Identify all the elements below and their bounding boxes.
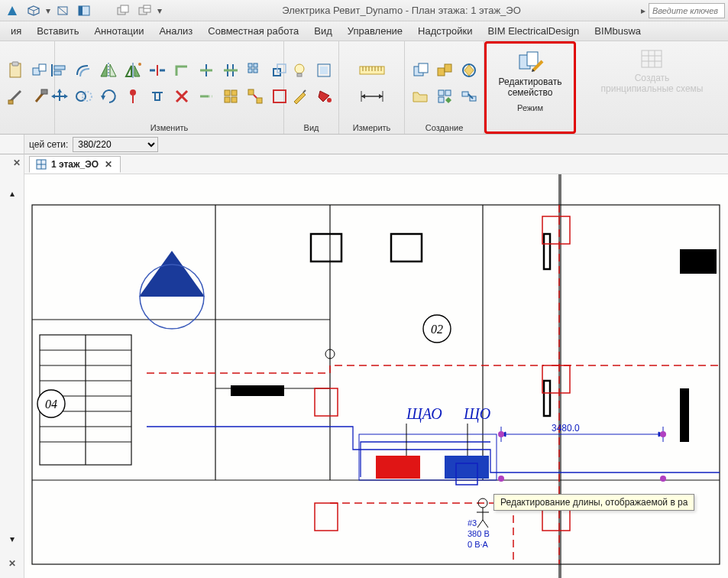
tab-manage[interactable]: Управление [340,21,410,41]
create-system-button[interactable] [458,85,480,108]
create-group-icon [436,62,453,79]
copy-button[interactable] [73,85,95,108]
mirror-icon [99,61,118,80]
wireframe-icon [57,5,69,16]
paste-button[interactable] [5,59,26,82]
pin-button[interactable] [122,85,144,108]
ribbon: Изменить Вид Измерить [0,41,728,135]
svg-rect-67 [320,67,328,74]
svg-rect-88 [445,64,451,72]
scroll-up-icon[interactable]: ▴ [10,188,15,199]
scroll-down-icon[interactable]: ▾ [10,534,15,544]
mirror-draw-button[interactable] [122,59,144,82]
tab-insert[interactable]: Вставить [29,21,86,41]
system-icon [461,88,477,105]
tab-bim-elec[interactable]: BIM ElectricalDesign [480,21,587,41]
match-button[interactable] [29,59,50,82]
svg-marker-48 [101,96,105,100]
panel-measure: Измерить [339,41,405,134]
create-detail-button[interactable] [434,85,455,108]
svg-line-69 [303,90,306,93]
offset-icon [74,61,94,80]
svg-point-71 [327,98,332,102]
create-similar-button[interactable] [409,59,431,82]
svg-rect-86 [419,63,428,73]
svg-rect-17 [8,100,13,104]
search-input[interactable] [649,3,725,18]
tab-arch[interactable]: ия [3,21,29,41]
dimension-button[interactable] [357,85,387,108]
align-button[interactable] [49,59,70,82]
view-area: 1 этаж_ЭО ✕ [24,154,728,578]
qat-dropdown-icon[interactable]: ▾ [46,5,50,16]
fill-button[interactable] [313,85,335,108]
tab-addins[interactable]: Надстройки [410,21,480,41]
cut-button[interactable] [5,85,26,108]
tab-bim-busway[interactable]: BIMbuswa [587,21,649,41]
edit-family-label2: семейство [499,87,562,98]
fill-icon [315,88,332,105]
svg-rect-144 [315,388,338,416]
array-button[interactable] [244,59,266,82]
move-button[interactable] [49,85,70,108]
svg-rect-130 [680,249,717,274]
qat-sync-button[interactable] [115,2,133,19]
view-tab-close[interactable]: ✕ [103,159,114,170]
pin-icon [125,88,141,105]
create-assembly-button[interactable] [458,59,480,82]
mirror-axis-button[interactable] [98,59,119,82]
edit-family-button[interactable]: Редактировать семейство [493,47,568,102]
hide-button[interactable] [289,59,310,82]
svg-point-64 [295,64,304,73]
linestyle-button[interactable] [289,85,310,108]
app-menu-button[interactable] [3,2,21,19]
qat-wireframe-button[interactable] [53,2,72,19]
view-tab-floorplan[interactable]: 1 этаж_ЭО ✕ [29,156,121,173]
brush-icon [7,88,24,105]
ungroup-button[interactable] [244,85,266,108]
properties-collapsed-strip: ✕ ▴ ▾ ✕ [0,154,24,578]
svg-point-167 [660,431,666,437]
group-icon [222,88,239,105]
svg-rect-21 [54,66,65,70]
svg-line-173 [477,520,483,528]
svg-marker-81 [361,94,365,99]
tab-collab[interactable]: Совместная работа [200,21,306,41]
offset-button[interactable] [73,59,95,82]
panel-measure-label: Измерить [353,122,391,132]
folder-icon [412,88,429,105]
voltage-select[interactable]: 380/220 [73,137,158,152]
trim-multi-button[interactable] [220,59,241,82]
tab-analyze[interactable]: Анализ [151,21,200,41]
override-button[interactable] [313,59,335,82]
trim-button[interactable] [171,59,193,82]
drawing-canvas[interactable]: 02 04 [24,174,728,578]
delete-button[interactable] [171,85,193,108]
qat-relinq-button[interactable] [136,2,154,19]
qat-panel-button[interactable] [75,2,93,19]
tab-view[interactable]: Вид [306,21,340,41]
create-group-button[interactable] [434,59,455,82]
split-button[interactable] [147,59,168,82]
properties-close-top[interactable]: ✕ [13,157,24,168]
svg-point-49 [130,89,136,96]
extend-button[interactable] [196,85,217,108]
title-expand-icon[interactable]: ▸ [641,5,649,16]
measure-button[interactable] [357,59,387,82]
title-bar: ▾ ▾ Электрика Ревит_Dynamo - План этажа:… [0,0,728,21]
svg-rect-61 [257,98,262,103]
properties-close-bottom[interactable]: ✕ [8,558,16,569]
svg-point-169 [660,476,666,482]
search-box[interactable] [649,3,725,18]
tab-annotate[interactable]: Аннотации [86,21,151,41]
unpin-button[interactable] [147,85,168,108]
floorplan-icon [36,159,47,170]
svg-rect-13 [12,62,18,66]
qat-open-button[interactable] [24,2,43,19]
demolish-button[interactable] [29,85,50,108]
rotate-button[interactable] [98,85,119,108]
svg-marker-28 [134,66,140,76]
group-button[interactable] [220,85,241,108]
create-parts-button[interactable] [409,85,431,108]
trim-single-button[interactable] [196,59,217,82]
